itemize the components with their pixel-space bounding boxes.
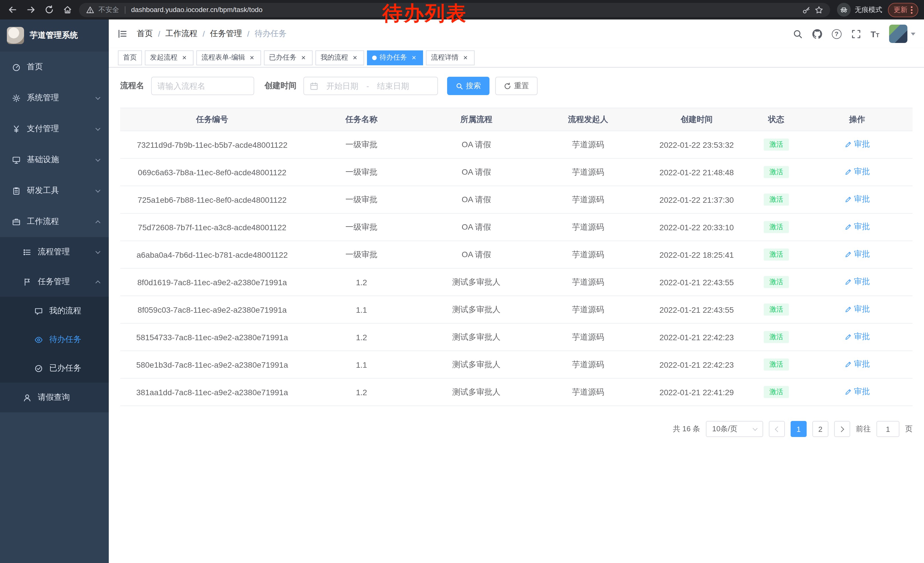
caret-down-icon xyxy=(753,426,758,431)
page-button-1[interactable]: 1 xyxy=(790,421,807,437)
password-key-icon[interactable] xyxy=(802,6,811,14)
edit-icon xyxy=(844,251,852,258)
font-size-icon[interactable]: TT xyxy=(870,29,879,39)
tab-my-process[interactable]: 我的流程× xyxy=(315,50,364,65)
tab-process-detail[interactable]: 流程详情× xyxy=(426,50,475,65)
browser-home-icon[interactable] xyxy=(61,3,74,17)
tab-close-icon[interactable]: × xyxy=(410,54,418,62)
tab-form-edit[interactable]: 流程表单-编辑× xyxy=(196,50,261,65)
fullscreen-icon[interactable] xyxy=(851,29,861,39)
briefcase-icon xyxy=(12,217,21,226)
sidebar-item-devtools[interactable]: 研发工具 xyxy=(0,175,109,206)
task-name-cell: 一级审批 xyxy=(304,186,419,213)
flag-icon xyxy=(23,278,32,286)
approve-link[interactable]: 审批 xyxy=(844,277,870,287)
created-cell: 2022-01-21 22:42:23 xyxy=(642,323,751,351)
chevron-down-icon xyxy=(96,249,100,254)
browser-forward-icon[interactable] xyxy=(24,3,38,17)
breadcrumb-workflow[interactable]: 工作流程 xyxy=(165,29,198,39)
approve-link[interactable]: 审批 xyxy=(844,222,870,232)
status-cell: 激活 xyxy=(751,186,801,213)
tab-close-icon[interactable]: × xyxy=(461,54,470,62)
edit-icon xyxy=(844,306,852,313)
incognito-indicator[interactable]: 无痕模式 xyxy=(837,3,882,17)
tab-close-icon[interactable]: × xyxy=(248,54,256,62)
tab-close-icon[interactable]: × xyxy=(299,54,308,62)
initiator-cell: 芋道源码 xyxy=(534,131,642,158)
status-badge: 激活 xyxy=(764,304,789,315)
approve-link[interactable]: 审批 xyxy=(844,305,870,315)
sidebar-fold-icon[interactable] xyxy=(117,29,128,39)
actions-cell: 审批 xyxy=(801,351,912,378)
sidebar-item-my-process[interactable]: 我的流程 xyxy=(0,297,109,325)
security-label[interactable]: 不安全 xyxy=(99,5,119,15)
address-bar[interactable]: 不安全 dashboard.yudao.iocoder.cn/bpm/task/… xyxy=(79,3,830,17)
tab-todo-task[interactable]: 待办任务× xyxy=(367,50,423,65)
reset-button[interactable]: 重置 xyxy=(495,77,538,95)
sidebar-item-process-management[interactable]: 流程管理 xyxy=(0,237,109,267)
approve-link[interactable]: 审批 xyxy=(844,359,870,370)
browser-update-button[interactable]: 更新 xyxy=(888,3,918,17)
process-name-label: 流程名 xyxy=(120,81,144,91)
start-date-input[interactable] xyxy=(322,81,363,90)
list-icon xyxy=(23,248,32,256)
tab-close-icon[interactable]: × xyxy=(180,54,188,62)
tab-done-task[interactable]: 已办任务× xyxy=(264,50,313,65)
approve-link[interactable]: 审批 xyxy=(844,249,870,260)
initiator-cell: 芋道源码 xyxy=(534,351,642,378)
approve-link[interactable]: 审批 xyxy=(844,387,870,397)
user-menu[interactable] xyxy=(889,25,915,43)
next-page-button[interactable] xyxy=(834,421,850,437)
breadcrumb-home[interactable]: 首页 xyxy=(137,29,153,39)
browser-refresh-icon[interactable] xyxy=(42,3,56,17)
tab-close-icon[interactable]: × xyxy=(351,54,359,62)
browser-menu-icon[interactable] xyxy=(911,6,912,14)
sidebar-item-infra[interactable]: 基础设施 xyxy=(0,144,109,175)
process-name-input[interactable] xyxy=(158,81,248,90)
avatar[interactable] xyxy=(889,25,908,43)
created-cell: 2022-01-21 22:43:55 xyxy=(642,296,751,323)
created-cell: 2022-01-22 21:37:30 xyxy=(642,186,751,213)
page-unit-label: 页 xyxy=(905,424,912,434)
sidebar-item-payment[interactable]: 支付管理 xyxy=(0,113,109,144)
approve-link[interactable]: 审批 xyxy=(844,194,870,205)
task-id-cell: 381aa1dd-7ac8-11ec-a9e2-a2380e71991a xyxy=(120,378,304,406)
breadcrumb-task-management[interactable]: 任务管理 xyxy=(210,29,242,39)
edit-icon xyxy=(844,196,852,203)
status-cell: 激活 xyxy=(751,323,801,351)
date-range-picker[interactable]: - xyxy=(303,77,438,95)
warning-icon xyxy=(86,6,94,14)
sidebar-item-workflow[interactable]: 工作流程 xyxy=(0,206,109,237)
approve-link[interactable]: 审批 xyxy=(844,167,870,177)
bookmark-star-icon[interactable] xyxy=(814,6,823,14)
sidebar-item-done-task[interactable]: 已办任务 xyxy=(0,354,109,383)
page-size-select[interactable]: 10条/页 xyxy=(706,421,763,437)
initiator-cell: 芋道源码 xyxy=(534,241,642,268)
created-cell: 2022-01-21 22:41:29 xyxy=(642,378,751,406)
tab-home[interactable]: 首页 xyxy=(118,50,142,65)
tab-start-process[interactable]: 发起流程× xyxy=(145,50,194,65)
task-name-cell: 1.2 xyxy=(304,268,419,296)
github-icon[interactable] xyxy=(812,29,822,39)
sidebar-item-system[interactable]: 系统管理 xyxy=(0,83,109,113)
end-date-input[interactable] xyxy=(372,81,414,90)
page-button-2[interactable]: 2 xyxy=(812,421,828,437)
help-icon[interactable]: ? xyxy=(831,29,841,39)
goto-page-input[interactable] xyxy=(876,421,899,437)
status-badge: 激活 xyxy=(764,386,789,398)
sidebar-item-task-management[interactable]: 任务管理 xyxy=(0,267,109,297)
sidebar-item-leave-query[interactable]: 请假查询 xyxy=(0,383,109,412)
approve-link[interactable]: 审批 xyxy=(844,140,870,150)
process-cell: 测试多审批人 xyxy=(419,296,534,323)
task-id-cell: 73211d9d-7b9b-11ec-b5b7-acde48001122 xyxy=(120,131,304,158)
user-icon xyxy=(23,393,32,402)
sidebar-item-todo-task[interactable]: 待办任务 xyxy=(0,325,109,354)
status-cell: 激活 xyxy=(751,241,801,268)
approve-link[interactable]: 审批 xyxy=(844,332,870,342)
sidebar-item-home[interactable]: 首页 xyxy=(0,51,109,83)
search-icon[interactable] xyxy=(793,29,802,39)
search-button[interactable]: 搜索 xyxy=(447,77,489,95)
edit-icon xyxy=(844,224,852,231)
prev-page-button[interactable] xyxy=(769,421,785,437)
browser-back-icon[interactable] xyxy=(6,3,20,17)
